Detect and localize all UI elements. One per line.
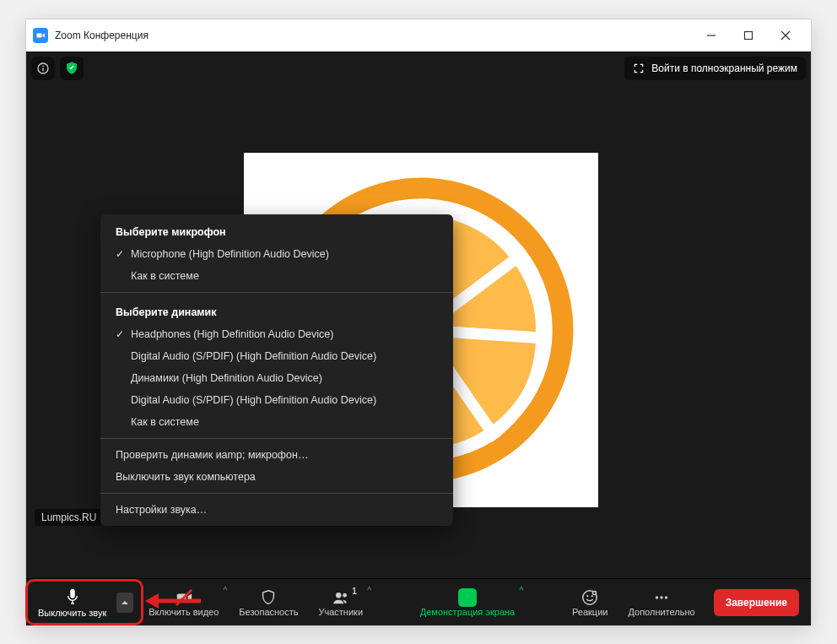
window-minimize-button[interactable]: [693, 23, 730, 48]
reactions-label: Реакции: [572, 607, 608, 617]
microphone-icon: [63, 587, 82, 608]
svg-point-16: [586, 595, 588, 597]
svg-point-21: [665, 596, 667, 598]
reactions-button[interactable]: Реакции: [562, 582, 618, 623]
meeting-info-button[interactable]: [31, 57, 55, 80]
speaker-option[interactable]: Динамики (High Definition Audio Device): [100, 367, 453, 389]
app-window: Zoom Конференция Войти в полноэкранный р…: [25, 19, 812, 626]
zoom-app-icon: [33, 28, 48, 43]
svg-point-6: [42, 66, 44, 68]
annotation-arrow-icon: [143, 588, 202, 614]
security-button[interactable]: Безопасность: [229, 582, 308, 623]
participants-count: 1: [352, 587, 357, 596]
svg-rect-2: [745, 32, 753, 40]
more-icon: [652, 588, 671, 607]
participants-icon: 1: [332, 588, 350, 607]
speaker-option[interactable]: Digital Audio (S/PDIF) (High Definition …: [100, 345, 453, 367]
chevron-up-icon[interactable]: ^: [520, 586, 524, 595]
audio-options-menu: Выберите микрофон Microphone (High Defin…: [100, 214, 453, 526]
menu-separator: [100, 493, 453, 494]
leave-computer-audio-item[interactable]: Выключить звук компьютера: [100, 466, 453, 488]
mic-option[interactable]: Как в системе: [100, 265, 453, 287]
speaker-section-header: Выберите динамик: [100, 298, 453, 323]
chevron-up-icon[interactable]: ^: [224, 586, 228, 595]
window-maximize-button[interactable]: [730, 23, 767, 48]
security-label: Безопасность: [239, 607, 298, 617]
video-area: Войти в полноэкранный режим Lum: [26, 51, 811, 578]
audio-options-caret-button[interactable]: [116, 593, 133, 613]
enter-fullscreen-button[interactable]: Войти в полноэкранный режим: [624, 57, 806, 80]
fullscreen-label: Войти в полноэкранный режим: [651, 62, 797, 74]
speaker-option[interactable]: Digital Audio (S/PDIF) (High Definition …: [100, 389, 453, 411]
audio-settings-item[interactable]: Настройки звука…: [100, 499, 453, 526]
share-screen-button[interactable]: ^ Демонстрация экрана: [410, 582, 525, 623]
end-meeting-button[interactable]: Завершение: [714, 589, 799, 616]
titlebar: Zoom Конференция: [26, 19, 811, 51]
top-overlay: Войти в полноэкранный режим: [31, 57, 806, 80]
end-label: Завершение: [726, 597, 787, 609]
share-screen-icon: [458, 588, 477, 607]
participants-label: Участники: [318, 607, 363, 617]
fullscreen-icon: [633, 62, 645, 74]
mute-audio-group: Выключить звук: [33, 582, 138, 623]
menu-separator: [100, 292, 453, 293]
more-label: Дополнительно: [628, 607, 694, 617]
menu-separator: [100, 438, 453, 439]
svg-point-20: [660, 596, 662, 598]
chevron-up-icon[interactable]: ^: [367, 586, 371, 595]
svg-rect-7: [42, 68, 43, 71]
test-audio-item[interactable]: Проверить динамик иamp; микрофон…: [100, 444, 453, 466]
more-button[interactable]: Дополнительно: [618, 582, 705, 623]
window-title: Zoom Конференция: [55, 30, 693, 41]
mute-label: Выключить звук: [38, 608, 106, 618]
chevron-up-icon: [121, 598, 129, 607]
mute-audio-button[interactable]: Выключить звук: [33, 582, 113, 623]
svg-rect-0: [37, 34, 42, 38]
svg-point-14: [343, 593, 347, 597]
svg-point-17: [591, 595, 593, 597]
speaker-option[interactable]: Headphones (High Definition Audio Device…: [100, 323, 453, 345]
window-close-button[interactable]: [767, 23, 804, 48]
speaker-option[interactable]: Как в системе: [100, 411, 453, 433]
smiley-icon: [580, 588, 599, 607]
svg-point-19: [656, 596, 658, 598]
participants-button[interactable]: 1 ^ Участники: [308, 582, 373, 623]
share-label: Демонстрация экрана: [420, 607, 515, 617]
mic-option[interactable]: Microphone (High Definition Audio Device…: [100, 243, 453, 265]
participant-name-label: Lumpics.RU: [35, 509, 103, 526]
svg-point-13: [336, 593, 341, 598]
mic-section-header: Выберите микрофон: [100, 214, 453, 243]
shield-icon: [259, 588, 278, 607]
encryption-shield-button[interactable]: [60, 57, 84, 80]
